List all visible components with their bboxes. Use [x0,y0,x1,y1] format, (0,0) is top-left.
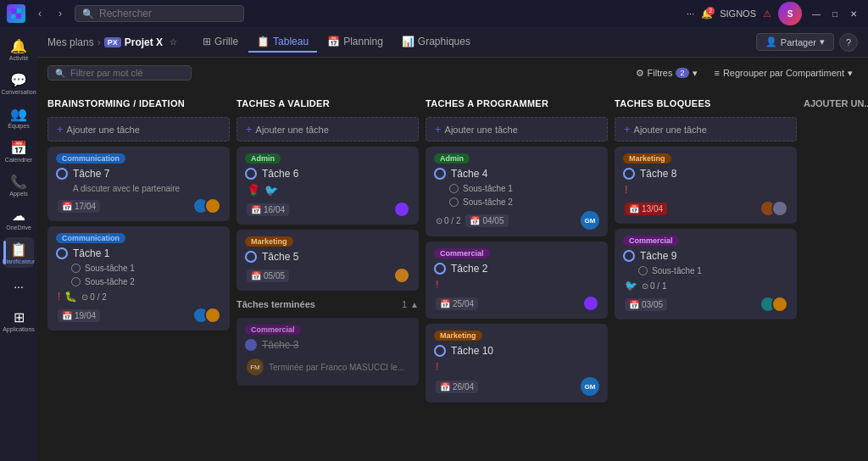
share-button[interactable]: 👤 Partager ▾ [756,33,834,51]
add-task-bloquees[interactable]: + Ajouter une tâche [615,117,797,142]
subtask-row-tache9: Sous-tâche 1 [623,266,788,275]
card-flags-tache6: 🌹 🐦 [245,184,410,197]
meta-avatars-tache5 [393,267,410,284]
planificateur-icon: 📋 [10,242,27,258]
three-dots-menu[interactable]: ··· [687,8,694,19]
planning-icon: 📅 [327,36,340,47]
minimize-button[interactable]: — [809,6,824,21]
meta-date-tache6: 📅 16/04 [247,203,289,216]
svg-rect-3 [16,14,21,19]
meta-date-tache9: 📅 03/05 [625,298,667,311]
task-circle-tache6[interactable] [245,168,257,180]
sidebar-item-calendrier[interactable]: 📅 Calendrier [3,136,34,166]
card-tache5[interactable]: Marketing Tâche 5 📅 05/05 [236,230,419,291]
meta-date-tache10: 📅 26/04 [436,380,478,393]
calendar-icon-t1: 📅 [62,311,72,320]
help-button[interactable]: ? [839,33,858,52]
star-icon[interactable]: ☆ [170,37,177,47]
column-programmer: TACHES A PROGRAMMER + Ajouter une tâche … [426,95,608,454]
progress-tache9: ⊙ 0 / 1 [642,281,666,291]
tab-tableau[interactable]: 📋 Tableau [248,32,317,53]
calendar-icon-t5: 📅 [251,271,261,280]
sidebar-label-calendrier: Calendrier [5,157,32,163]
filter-button[interactable]: ⚙ Filtres 2 ▾ [631,65,703,81]
card-tache4[interactable]: Admin Tâche 4 Sous-tâche 1 Sous-tâche 2 [426,147,608,236]
card-title-row-tache5: Tâche 5 [245,251,410,263]
breadcrumb-projet-x[interactable]: Projet X [125,36,163,48]
task-circle-tache4[interactable] [434,168,446,180]
breadcrumb-mes-plans[interactable]: Mes plans [47,36,94,48]
card-tache2[interactable]: Commercial Tâche 2 ! 📅 25/04 [426,242,608,319]
appels-icon: 📞 [10,174,27,190]
task-circle-tache10[interactable] [434,345,446,357]
emoji2-tache6: 🐦 [264,184,278,197]
sidebar-item-activity[interactable]: 🔔 Activité [3,34,34,64]
card-flags-tache2: ! [434,279,599,291]
sidebar-item-conversation[interactable]: 💬 Conversation [3,68,34,98]
card-tache10[interactable]: Marketing Tâche 10 ! 📅 26/04 GM [426,324,608,403]
task-circle-tache5[interactable] [245,251,257,263]
subtask-row1-tache4: Sous-tâche 1 [434,184,599,193]
task-circle-tache9[interactable] [623,250,635,262]
filter-input-container[interactable]: 🔍 [47,65,192,81]
maximize-button[interactable]: □ [827,6,843,21]
meta-avatars-tache2 [582,295,599,312]
search-input[interactable] [99,8,218,19]
subtask-label2: Sous-tâche 2 [85,277,135,286]
card-tag-admin4: Admin [434,153,470,164]
task-circle-tache1[interactable] [56,247,68,259]
sidebar-item-onedrive[interactable]: ☁ OneDrive [3,203,34,234]
subtask-row2-tache4: Sous-tâche 2 [434,197,599,207]
task-circle-tache7[interactable] [56,168,68,180]
card-tache3[interactable]: Commercial Tâche 3 FM Terminée par Franc… [236,318,419,386]
sidebar-item-applications[interactable]: ⊞ Applications [3,305,34,336]
user-avatar[interactable]: S [778,2,802,25]
meta-date-tache1: 📅 19/04 [58,309,100,322]
add-column-button[interactable]: Ajouter un... [804,95,868,454]
share-chevron-icon: ▾ [820,36,825,47]
card-title-row-tache8: Tâche 8 [623,168,788,180]
subtask-label1: Sous-tâche 1 [85,264,135,273]
date-tache5: 05/05 [264,271,285,280]
sidebar-item-more[interactable]: ··· [3,271,34,302]
nav-back-button[interactable]: ‹ [31,4,49,23]
nav-forward-button[interactable]: › [51,4,70,23]
group-button[interactable]: ≡ Regrouper par Compartiment ▾ [709,65,859,81]
task-circle-tache2[interactable] [434,263,446,275]
card-tache6[interactable]: Admin Tâche 6 🌹 🐦 📅 16/04 [236,147,419,225]
card-meta-tache7: 📅 17/04 [56,197,221,214]
close-button[interactable]: ✕ [846,6,861,21]
more-icon: ··· [14,280,24,293]
applications-icon: ⊞ [14,309,25,325]
card-title-row: Tâche 7 [56,168,221,180]
filter-label: Filtres [648,68,673,78]
equipes-icon: 👥 [10,106,27,122]
card-tache7[interactable]: Communication Tâche 7 A discuter avec le… [47,147,230,221]
notification-bell[interactable]: 🔔 2 [701,8,713,19]
search-bar[interactable]: 🔍 [75,5,244,22]
filter-input[interactable] [70,68,172,78]
sidebar-item-appels[interactable]: 📞 Appels [3,169,34,200]
main-layout: 🔔 Activité 💬 Conversation 👥 Équipes 📅 Ca… [0,27,868,461]
sidebar-item-equipes[interactable]: 👥 Équipes [3,102,34,132]
add-task-brainstorming[interactable]: + Ajouter une tâche [47,117,230,142]
breadcrumb-sep1: › [97,36,101,48]
card-tache9[interactable]: Commercial Tâche 9 Sous-tâche 1 🐦 ⊙ 0 / … [615,229,797,319]
meta-date-tache8: 📅 13/04 [625,203,667,215]
add-task-valider[interactable]: + Ajouter une tâche [236,117,419,142]
sidebar-item-planificateur[interactable]: 📋 Planificateur [3,237,34,268]
tab-planning[interactable]: 📅 Planning [319,32,392,53]
card-tache1[interactable]: Communication Tâche 1 Sous-tâche 1 Sous-… [47,226,230,330]
tab-graphiques[interactable]: 📊 Graphiques [393,32,479,53]
tab-grille[interactable]: ⊞ Grille [194,32,247,53]
card-tache8[interactable]: Marketing Tâche 8 ! 📅 13/04 [615,147,797,224]
subtask-row1-tache1: Sous-tâche 1 [56,264,221,273]
task-circle-tache3[interactable] [245,339,257,351]
card-meta-tache5: 📅 05/05 [245,267,410,284]
add-task-programmer[interactable]: + Ajouter une tâche [426,117,608,142]
nav-arrows: ‹ › [31,4,70,23]
task-circle-tache8[interactable] [623,168,635,180]
card-title-tache1: Tâche 1 [73,247,109,259]
meta-date-tache7: 📅 17/04 [58,200,100,213]
section-terminees[interactable]: Tâches terminées 1 ▲ [236,296,419,313]
